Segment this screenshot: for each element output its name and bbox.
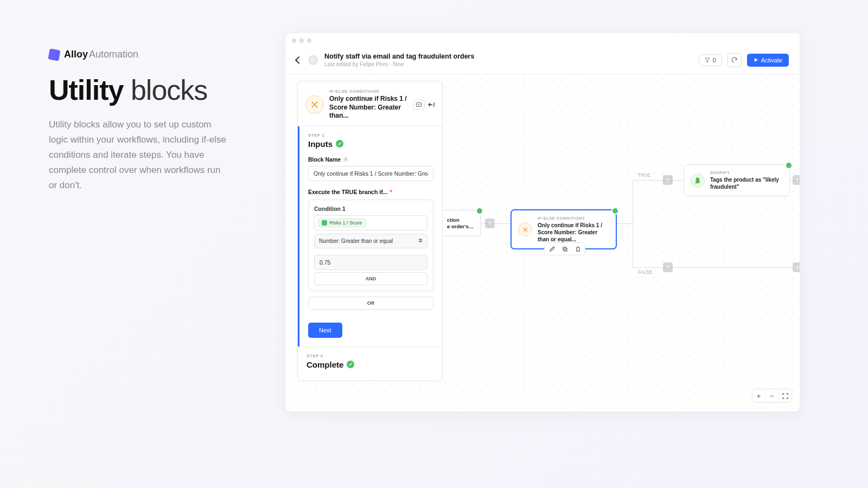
workflow-node-shopify[interactable]: SHOPIFY Tags the product as "likely frau…	[684, 164, 790, 196]
check-icon	[347, 361, 354, 368]
add-node-button[interactable]: +	[663, 175, 673, 185]
dot-close-icon	[292, 38, 296, 43]
zoom-controls: + −	[752, 389, 792, 403]
condition-node-icon	[518, 222, 532, 236]
workflow-subtitle: Last edited by Felipe Pires · Now	[324, 61, 692, 67]
workflow-node-hidden[interactable]: ctione order's…	[443, 210, 481, 236]
shopify-node-icon	[691, 174, 705, 188]
connector	[617, 223, 633, 224]
refresh-icon	[731, 56, 738, 63]
brand-icon	[48, 48, 60, 61]
panel-title: Only continue if Risks 1 / Score Number:…	[329, 95, 407, 120]
preview-button[interactable]	[413, 100, 425, 110]
chevron-updown-icon	[418, 239, 423, 243]
step2-kicker: STEP 2	[307, 354, 433, 358]
dot-max-icon	[307, 38, 311, 43]
shopify-chip-icon	[322, 220, 327, 226]
condition1-label: Condition 1	[314, 206, 427, 212]
hero-title: Utility blocks	[49, 75, 233, 105]
duplicate-button[interactable]	[561, 245, 569, 253]
status-badge-icon	[611, 207, 619, 215]
condition-icon	[305, 95, 324, 114]
delete-button[interactable]	[574, 245, 582, 253]
node-kicker: SHOPIFY	[710, 170, 783, 175]
condition-field-input[interactable]: Risks 1 / Score	[314, 215, 427, 230]
svg-rect-5	[563, 247, 566, 250]
node-kicker: IF-ELSE CONDITIONS	[538, 216, 609, 221]
node-title: Only continue if Risks 1 / Score Number:…	[538, 222, 609, 243]
app-window: Notify staff via email and tag fraudulen…	[285, 33, 800, 412]
node-title: ctione order's…	[447, 217, 478, 230]
add-node-button[interactable]: +	[485, 219, 495, 228]
step1-title: Inputs	[308, 139, 333, 149]
and-button[interactable]: AND	[314, 272, 427, 285]
zoom-out-button[interactable]: −	[765, 389, 778, 402]
field-chip: Risks 1 / Score	[318, 219, 366, 227]
connector	[495, 223, 511, 224]
collapse-icon	[428, 102, 435, 107]
back-button[interactable]	[295, 56, 303, 63]
block-name-label: Block Name	[308, 156, 341, 163]
threshold-input[interactable]	[314, 255, 427, 270]
or-button[interactable]: OR	[308, 297, 433, 310]
svg-point-0	[311, 101, 312, 102]
status-badge-icon	[476, 207, 483, 215]
svg-point-1	[316, 101, 317, 102]
collapse-button[interactable]	[428, 102, 435, 107]
run-count-pill[interactable]: 0	[699, 54, 722, 66]
check-icon	[336, 140, 343, 147]
add-node-button[interactable]: +	[793, 262, 800, 272]
condition-group: Condition 1 Risks 1 / Score Number: Grea…	[308, 200, 433, 291]
window-traffic-lights	[285, 33, 800, 48]
svg-point-3	[316, 106, 317, 107]
info-icon: i	[343, 157, 348, 162]
step1-kicker: STEP 1	[308, 133, 433, 138]
hero-description: Utility blocks allow you to set up custo…	[49, 117, 228, 193]
dot-min-icon	[299, 38, 304, 43]
connector	[633, 180, 633, 268]
fullscreen-icon	[782, 393, 788, 399]
filter-icon	[705, 57, 710, 63]
workflow-canvas[interactable]: IF-ELSE CONDITIONS Only continue if Risk…	[285, 74, 800, 410]
play-icon	[754, 57, 758, 62]
workflow-avatar-icon	[308, 55, 318, 65]
connector	[673, 180, 684, 181]
next-button[interactable]: Next	[308, 323, 342, 338]
node-title: Tags the product as "likely fraudulent"	[710, 176, 783, 190]
true-branch-label: TRUE	[638, 172, 650, 178]
fullscreen-button[interactable]	[778, 389, 792, 402]
brand-name-strong: Alloy	[64, 49, 88, 60]
brand-logo: Alloy Automation	[49, 49, 233, 60]
connector	[673, 267, 792, 268]
step2-title: Complete	[307, 360, 343, 369]
activate-button[interactable]: Activate	[747, 54, 789, 67]
execute-label: Execute the TRUE branch if...	[308, 189, 387, 195]
svg-rect-6	[564, 248, 567, 251]
workflow-title: Notify staff via email and tag fraudulen…	[324, 53, 692, 60]
brand-name-light: Automation	[89, 49, 138, 60]
operator-select[interactable]: Number: Greater than or equal	[314, 234, 427, 248]
edit-button[interactable]	[548, 245, 556, 253]
panel-kicker: IF-ELSE CONDITIONS	[329, 89, 407, 94]
block-config-panel: IF-ELSE CONDITIONS Only continue if Risk…	[297, 81, 443, 381]
add-node-button[interactable]: +	[663, 262, 673, 272]
svg-point-2	[311, 106, 312, 107]
node-action-bar	[544, 242, 585, 255]
add-node-button[interactable]: +	[793, 175, 800, 185]
zoom-in-button[interactable]: +	[752, 389, 765, 402]
play-box-icon	[416, 102, 422, 107]
status-badge-icon	[785, 162, 793, 169]
false-branch-label: FALSE	[638, 269, 652, 275]
settings-button[interactable]	[727, 53, 742, 67]
block-name-input[interactable]	[308, 166, 433, 181]
